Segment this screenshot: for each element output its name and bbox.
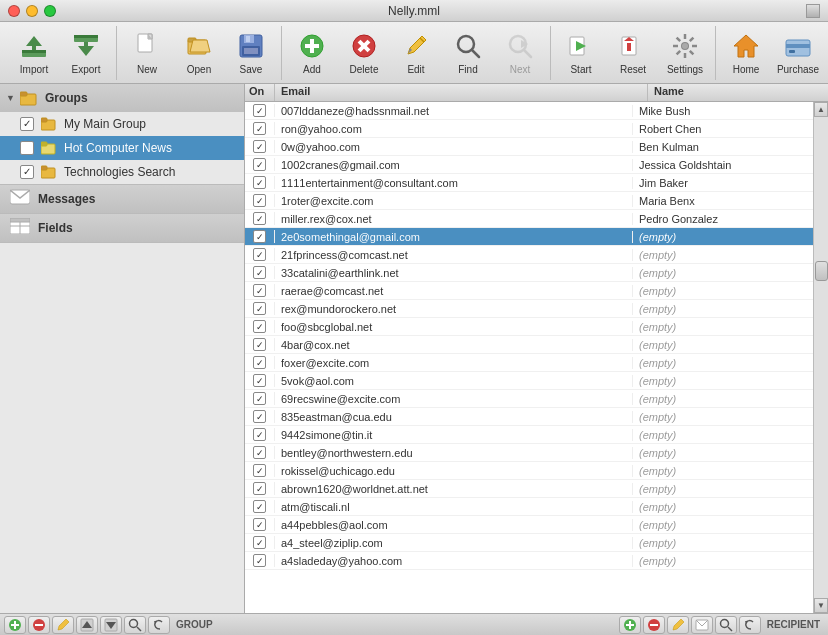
minimize-button[interactable] [26,5,38,17]
remove-group-button[interactable] [28,616,50,634]
table-row[interactable]: 21fprincess@comcast.net(empty) [245,246,813,264]
move-group-down-button[interactable] [100,616,122,634]
fields-header[interactable]: Fields [0,214,244,243]
import-button[interactable]: Import [8,26,60,80]
add-group-button[interactable] [4,616,26,634]
scrollbar[interactable]: ▲ ▼ [813,102,828,613]
delete-button[interactable]: Delete [338,26,390,80]
table-row[interactable]: atm@tiscali.nl(empty) [245,498,813,516]
hot-computer-news-checkbox[interactable] [20,141,34,155]
table-row[interactable]: 69recswine@excite.com(empty) [245,390,813,408]
purchase-button[interactable]: Purchase [772,26,824,80]
table-row[interactable]: 2e0somethingal@gmail.com(empty) [245,228,813,246]
row-checkbox[interactable] [253,248,266,261]
row-checkbox[interactable] [253,104,266,117]
table-row[interactable]: a4sladeday@yahoo.com(empty) [245,552,813,570]
row-checkbox[interactable] [253,392,266,405]
table-row[interactable]: abrown1620@worldnet.att.net(empty) [245,480,813,498]
row-checkbox[interactable] [253,122,266,135]
row-checkbox[interactable] [253,536,266,549]
find-button[interactable]: Find [442,26,494,80]
table-row[interactable]: bentley@northwestern.edu(empty) [245,444,813,462]
table-row[interactable]: 0w@yahoo.comBen Kulman [245,138,813,156]
table-row[interactable]: 007lddaneze@hadssnmail.netMike Bush [245,102,813,120]
start-button[interactable]: Start [555,26,607,80]
row-checkbox[interactable] [253,482,266,495]
row-checkbox[interactable] [253,230,266,243]
row-checkbox[interactable] [253,356,266,369]
row-checkbox[interactable] [253,284,266,297]
row-checkbox[interactable] [253,500,266,513]
row-checkbox[interactable] [253,194,266,207]
home-button[interactable]: Home [720,26,772,80]
search-recipient-button[interactable] [715,616,737,634]
table-row[interactable]: ron@yahoo.comRobert Chen [245,120,813,138]
resize-handle[interactable] [806,4,820,18]
table-row[interactable]: foo@sbcglobal.net(empty) [245,318,813,336]
save-button[interactable]: Save [225,26,277,80]
row-checkbox[interactable] [253,464,266,477]
table-row[interactable]: rex@mundorockero.net(empty) [245,300,813,318]
table-row[interactable]: 1111entertainment@consultant.comJim Bake… [245,174,813,192]
row-checkbox[interactable] [253,302,266,315]
sidebar-item-my-main-group[interactable]: My Main Group [0,112,244,136]
scroll-thumb[interactable] [815,261,828,281]
edit-button[interactable]: Edit [390,26,442,80]
row-checkbox[interactable] [253,554,266,567]
technologies-search-checkbox[interactable] [20,165,34,179]
table-row[interactable]: 1roter@excite.comMaria Benx [245,192,813,210]
row-checkbox[interactable] [253,158,266,171]
table-row[interactable]: 9442simone@tin.it(empty) [245,426,813,444]
settings-button[interactable]: Settings [659,26,711,80]
remove-recipient-button[interactable] [643,616,665,634]
add-button[interactable]: Add [286,26,338,80]
row-checkbox[interactable] [253,428,266,441]
sidebar-item-technologies-search[interactable]: Technologies Search [0,160,244,184]
new-button[interactable]: New [121,26,173,80]
groups-header[interactable]: ▼ Groups [0,84,244,112]
row-checkbox[interactable] [253,518,266,531]
sidebar-item-hot-computer-news[interactable]: Hot Computer News [0,136,244,160]
table-row[interactable]: a4_steel@ziplip.com(empty) [245,534,813,552]
undo-recipient-button[interactable] [739,616,761,634]
scroll-up-button[interactable]: ▲ [814,102,828,117]
move-group-up-button[interactable] [76,616,98,634]
export-button[interactable]: Export [60,26,112,80]
scroll-down-button[interactable]: ▼ [814,598,828,613]
row-checkbox[interactable] [253,176,266,189]
table-row[interactable]: 33catalini@earthlink.net(empty) [245,264,813,282]
row-checkbox[interactable] [253,140,266,153]
window-controls[interactable] [8,5,56,17]
search-group-button[interactable] [124,616,146,634]
row-checkbox[interactable] [253,410,266,423]
recipient-email-button[interactable] [691,616,713,634]
undo-group-button[interactable] [148,616,170,634]
reset-button[interactable]: Reset [607,26,659,80]
row-checkbox[interactable] [253,266,266,279]
messages-header[interactable]: Messages [0,185,244,214]
scroll-track[interactable] [814,117,828,598]
next-button[interactable]: Next [494,26,546,80]
row-checkbox[interactable] [253,320,266,333]
table-row[interactable]: rokissel@uchicago.edu(empty) [245,462,813,480]
table-row[interactable]: foxer@excite.com(empty) [245,354,813,372]
row-checkbox[interactable] [253,446,266,459]
help-button[interactable]: ? Help [824,26,828,80]
table-row[interactable]: a44pebbles@aol.com(empty) [245,516,813,534]
edit-recipient-button[interactable] [667,616,689,634]
table-row[interactable]: 835eastman@cua.edu(empty) [245,408,813,426]
row-checkbox[interactable] [253,212,266,225]
row-checkbox[interactable] [253,338,266,351]
my-main-group-checkbox[interactable] [20,117,34,131]
row-checkbox[interactable] [253,374,266,387]
table-row[interactable]: 4bar@cox.net(empty) [245,336,813,354]
maximize-button[interactable] [44,5,56,17]
table-row[interactable]: raerae@comcast.net(empty) [245,282,813,300]
table-row[interactable]: 5vok@aol.com(empty) [245,372,813,390]
open-button[interactable]: Open [173,26,225,80]
close-button[interactable] [8,5,20,17]
add-recipient-button[interactable] [619,616,641,634]
table-row[interactable]: 1002cranes@gmail.comJessica Goldshtain [245,156,813,174]
table-row[interactable]: miller.rex@cox.netPedro Gonzalez [245,210,813,228]
edit-group-button[interactable] [52,616,74,634]
